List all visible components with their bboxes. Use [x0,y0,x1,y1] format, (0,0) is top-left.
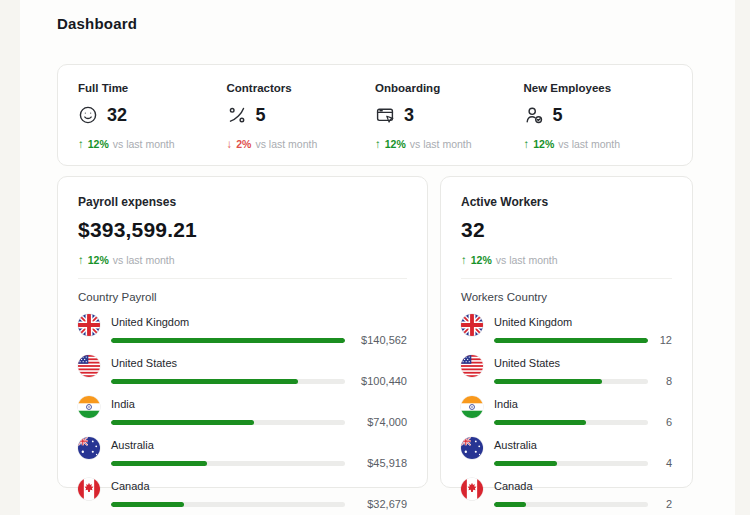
united-states-flag-icon [461,355,483,377]
country-value: $32,679 [355,499,407,510]
india-flag-icon [78,396,100,418]
bar-fill [111,502,184,507]
stat-value: 3 [404,105,414,126]
bar-fill [494,461,557,466]
country-value: 12 [658,335,672,346]
country-value: 4 [658,458,672,469]
trend-arrow-icon: ↓ [227,138,233,150]
stat-item: Onboarding 3 ↑ 12% vs last month [375,82,524,165]
stat-item: Full Time 32 ↑ 12% vs last month [78,82,227,165]
country-main: Canada 2 [494,478,672,510]
country-name: India [494,398,672,410]
country-row: United States 8 [461,355,672,387]
country-main: India $74,000 [111,396,407,428]
country-row: United States $100,440 [78,355,407,387]
trend-suffix: vs last month [558,138,620,150]
stat-trend: ↑ 12% vs last month [524,138,673,150]
page-title: Dashboard [57,15,137,32]
workers-country-list-title: Workers Country [461,291,672,303]
trend-suffix: vs last month [410,138,472,150]
united-states-flag-icon [78,355,100,377]
stat-label: New Employees [524,82,673,94]
stat-value: 5 [256,105,266,126]
stat-label: Onboarding [375,82,524,94]
bar-track [111,379,345,384]
trend-arrow-icon: ↑ [78,254,84,266]
stat-value-row: 3 [375,104,524,126]
country-value: $100,440 [355,376,407,387]
country-value: $74,000 [355,417,407,428]
payroll-trend: ↑ 12% vs last month [78,254,407,266]
country-name: United States [111,357,407,369]
india-flag-icon [461,396,483,418]
stat-value-row: 32 [78,104,227,126]
bar-track [111,338,345,343]
country-row: Australia 4 [461,437,672,469]
payroll-expenses-card: Payroll expenses $393,599.21 ↑ 12% vs la… [57,176,428,488]
country-main: Canada $32,679 [111,478,407,510]
divider [461,278,672,279]
country-name: Canada [111,480,407,492]
trend-arrow-icon: ↑ [461,254,467,266]
workers-card-title: Active Workers [461,195,672,209]
stats-card: Full Time 32 ↑ 12% vs last month Contrac… [57,64,693,166]
trend-percent: 12% [471,254,492,266]
trend-arrow-icon: ↑ [78,138,84,150]
bar-row: 8 [494,376,672,387]
country-payroll-list-title: Country Payroll [78,291,407,303]
country-value: $45,918 [355,458,407,469]
bar-row: 6 [494,417,672,428]
country-row: Canada 2 [461,478,672,510]
country-row: Canada $32,679 [78,478,407,510]
trend-percent: 12% [533,138,554,150]
stat-trend: ↓ 2% vs last month [227,138,376,150]
trend-percent: 12% [88,138,109,150]
bar-track [494,461,648,466]
country-main: India 6 [494,396,672,428]
country-value: $140,562 [355,335,407,346]
content-panel: Dashboard Full Time 32 ↑ 12% vs last mon… [20,0,735,515]
country-main: United Kingdom $140,562 [111,314,407,346]
payroll-card-title: Payroll expenses [78,195,407,209]
country-row: United Kingdom $140,562 [78,314,407,346]
country-row: United Kingdom 12 [461,314,672,346]
bar-row: 2 [494,499,672,510]
stat-value-row: 5 [227,104,376,126]
trend-arrow-icon: ↑ [524,138,530,150]
bar-fill [111,420,254,425]
bar-row: $140,562 [111,335,407,346]
workers-country-list: United Kingdom 12 United States 8 India [461,314,672,510]
bar-row: 12 [494,335,672,346]
payroll-total-value: $393,599.21 [78,218,407,242]
bar-track [111,502,345,507]
stat-trend: ↑ 12% vs last month [78,138,227,150]
united-kingdom-flag-icon [461,314,483,336]
bar-fill [494,502,526,507]
stat-value: 5 [553,105,563,126]
trend-percent: 2% [236,138,251,150]
country-row: Australia $45,918 [78,437,407,469]
active-workers-card: Active Workers 32 ↑ 12% vs last month Wo… [440,176,693,488]
bar-fill [111,461,207,466]
united-kingdom-flag-icon [78,314,100,336]
australia-flag-icon [78,437,100,459]
bar-row: $74,000 [111,417,407,428]
stat-value: 32 [107,105,127,126]
country-row: India $74,000 [78,396,407,428]
bar-row: $32,679 [111,499,407,510]
stat-value-row: 5 [524,104,673,126]
trend-percent: 12% [88,254,109,266]
workers-trend: ↑ 12% vs last month [461,254,672,266]
country-main: United States $100,440 [111,355,407,387]
bar-row: 4 [494,458,672,469]
stat-item: New Employees 5 ↑ 12% vs last month [524,82,673,165]
bar-track [111,461,345,466]
bar-track [494,338,648,343]
stat-label: Contractors [227,82,376,94]
country-name: United Kingdom [494,316,672,328]
trend-suffix: vs last month [113,254,175,266]
trend-suffix: vs last month [496,254,558,266]
smiley-face-icon [78,105,98,125]
country-value: 2 [658,499,672,510]
country-name: Canada [494,480,672,492]
